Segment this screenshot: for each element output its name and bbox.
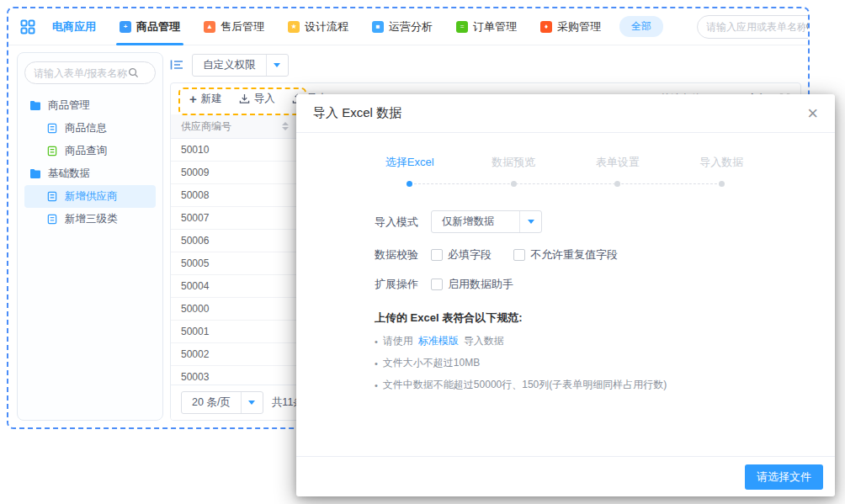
- tab-label: 订单管理: [473, 19, 517, 34]
- search-icon: [128, 67, 139, 78]
- stepper: 选择Excel 数据预览 表单设置 导入数据: [358, 155, 773, 187]
- step-form-settings: 表单设置: [566, 155, 670, 187]
- tab-purchase-management[interactable]: ♦ 采购管理: [535, 8, 606, 45]
- step-data-preview: 数据预览: [462, 155, 566, 187]
- caret-box: [266, 55, 288, 76]
- checkbox-label: 必填字段: [448, 247, 492, 263]
- sidebar-folder-base-data[interactable]: 基础数据: [24, 162, 156, 185]
- apps-grid-icon[interactable]: [20, 19, 35, 34]
- new-button[interactable]: + 新建: [189, 92, 222, 106]
- tab-label: 运营分析: [389, 19, 433, 34]
- checkbox-label: 启用数据助手: [448, 277, 513, 292]
- operation-analysis-icon: ■: [372, 21, 384, 33]
- order-management-icon: =: [456, 21, 468, 33]
- folder-icon: [29, 168, 41, 179]
- tab-operation-analysis[interactable]: ■ 运营分析: [367, 8, 438, 45]
- import-mode-select[interactable]: 仅新增数据: [431, 210, 542, 233]
- sidebar: 商品管理 商品信息 商品查询: [17, 52, 163, 421]
- sidebar-item-new-supplier[interactable]: 新增供应商: [24, 185, 156, 208]
- data-assistant-checkbox[interactable]: 启用数据助手: [431, 277, 513, 292]
- tree-label: 新增供应商: [65, 189, 118, 204]
- import-mode-label: 导入模式: [375, 215, 431, 230]
- close-icon[interactable]: ×: [807, 104, 818, 123]
- modal-header: 导入 Excel 数据 ×: [296, 94, 835, 133]
- sidebar-item-product-info[interactable]: 商品信息: [24, 117, 156, 140]
- stepper-connector: [410, 183, 721, 184]
- search-icon: [805, 21, 810, 33]
- modal-title: 导入 Excel 数据: [313, 105, 401, 121]
- tab-product-management[interactable]: + 商品管理: [114, 8, 185, 45]
- column-header-label: 供应商编号: [181, 119, 231, 134]
- tab-aftersale-management[interactable]: ▲ 售后管理: [199, 8, 269, 45]
- import-mode-value: 仅新增数据: [432, 215, 519, 229]
- bullet-icon: •: [375, 337, 378, 347]
- caret-down-icon: [274, 63, 280, 67]
- caret-down-icon: [528, 220, 534, 224]
- import-excel-modal: 导入 Excel 数据 × 选择Excel 数据预览 表单设置 导入数据: [296, 94, 835, 496]
- step-label: 选择Excel: [385, 155, 434, 170]
- checkbox-icon: [431, 279, 443, 290]
- import-button-label: 导入: [254, 92, 275, 106]
- step-label: 数据预览: [492, 155, 535, 170]
- tab-order-management[interactable]: = 订单管理: [451, 8, 522, 45]
- sidebar-item-product-query[interactable]: 商品查询: [24, 140, 156, 162]
- rule-text: 文件中数据不能超过50000行、150列(子表单明细同样占用行数): [383, 378, 667, 392]
- cell-supplier-id: 50004: [171, 280, 297, 292]
- sidebar-item-new-category[interactable]: 新增三级类: [24, 208, 156, 231]
- standard-template-link[interactable]: 标准模版: [418, 334, 459, 348]
- tree-label: 基础数据: [48, 167, 90, 181]
- step-dot: [614, 181, 620, 187]
- upload-rules: 上传的 Excel 表符合以下规范: • 请使用 标准模版 导入数据 • 文件大…: [375, 310, 835, 400]
- cell-supplier-id: 50000: [171, 303, 297, 315]
- sort-icon[interactable]: [282, 122, 289, 130]
- caret-box: [519, 211, 541, 232]
- bullet-icon: •: [375, 380, 378, 390]
- form-search-input[interactable]: [34, 67, 128, 79]
- column-header-supplier-id[interactable]: 供应商编号: [171, 119, 297, 134]
- modal-footer: 请选择文件: [296, 456, 835, 496]
- form-search-box[interactable]: [24, 61, 156, 84]
- page-size-value: 20 条/页: [182, 395, 241, 410]
- import-button[interactable]: 导入: [239, 92, 275, 106]
- tab-label: 售后管理: [221, 19, 264, 34]
- cell-supplier-id: 50001: [171, 326, 297, 337]
- validation-label: 数据校验: [375, 247, 431, 263]
- doc-icon: [46, 123, 58, 134]
- rule-text: 导入数据: [464, 334, 504, 348]
- doc-icon: [46, 214, 58, 225]
- step-select-excel: 选择Excel: [358, 155, 462, 187]
- rule-text: 请使用: [383, 334, 413, 348]
- rule-filesize: • 文件大小不超过10MB: [375, 356, 835, 370]
- import-mode-row: 导入模式 仅新增数据: [375, 210, 835, 233]
- view-row: 自定义权限: [170, 52, 801, 77]
- collapse-icon[interactable]: [170, 59, 183, 71]
- rule-text: 文件大小不超过10MB: [383, 356, 480, 370]
- tab-label: 商品管理: [136, 19, 180, 34]
- select-file-button[interactable]: 请选择文件: [745, 464, 823, 490]
- step-dot: [407, 181, 412, 187]
- cell-supplier-id: 50010: [171, 144, 297, 156]
- import-icon: [239, 93, 250, 104]
- permission-select[interactable]: 自定义权限: [192, 54, 289, 77]
- required-fields-checkbox[interactable]: 必填字段: [431, 247, 492, 263]
- cell-supplier-id: 50008: [171, 189, 297, 201]
- app-search-box[interactable]: [697, 15, 810, 39]
- cell-supplier-id: 50002: [171, 348, 297, 360]
- aftersale-management-icon: ▲: [204, 21, 215, 33]
- tree-label: 商品信息: [65, 121, 107, 135]
- tab-design-flow[interactable]: ★ 设计流程: [283, 8, 353, 45]
- cell-supplier-id: 50005: [171, 257, 297, 269]
- step-dot: [511, 181, 517, 187]
- app-search-input[interactable]: [706, 21, 805, 33]
- checkbox-label: 不允许重复值字段: [530, 247, 618, 263]
- new-button-label: 新建: [201, 92, 222, 106]
- no-duplicate-checkbox[interactable]: 不允许重复值字段: [513, 247, 618, 263]
- cell-supplier-id: 50006: [171, 235, 297, 247]
- tree-label: 商品查询: [65, 144, 107, 158]
- all-apps-badge[interactable]: 全部: [619, 16, 663, 37]
- sidebar-folder-product-management[interactable]: 商品管理: [24, 94, 156, 117]
- page-size-select[interactable]: 20 条/页: [181, 391, 263, 414]
- cell-supplier-id: 50007: [171, 212, 297, 224]
- validation-row: 数据校验 必填字段 不允许重复值字段: [375, 247, 835, 263]
- cell-supplier-id: 50009: [171, 167, 297, 178]
